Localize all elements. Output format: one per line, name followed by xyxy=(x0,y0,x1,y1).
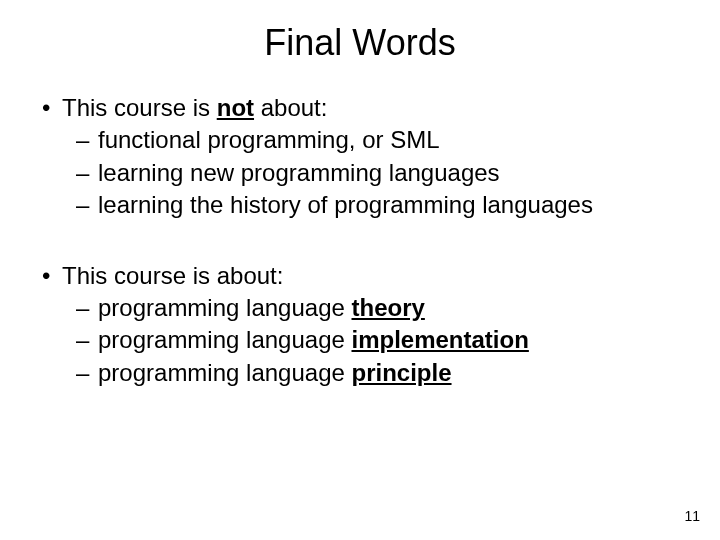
sub-bullet-text: programming language theory xyxy=(98,292,425,324)
text-fragment: programming language xyxy=(98,359,352,386)
spacer xyxy=(36,222,684,260)
slide-title: Final Words xyxy=(36,22,684,64)
text-fragment: This course is xyxy=(62,94,217,121)
sub-bullet: – learning new programming languages xyxy=(36,157,684,189)
emphasis-theory: theory xyxy=(352,294,425,321)
sub-bullet: – programming language theory xyxy=(36,292,684,324)
sub-bullet-text: programming language implementation xyxy=(98,324,529,356)
dash-icon: – xyxy=(76,189,98,221)
dash-icon: – xyxy=(76,357,98,389)
text-fragment: about: xyxy=(254,94,327,121)
sub-bullet-text: learning new programming languages xyxy=(98,157,500,189)
sub-bullet: – programming language principle xyxy=(36,357,684,389)
emphasis-not: not xyxy=(217,94,254,121)
sub-bullet-text: learning the history of programming lang… xyxy=(98,189,593,221)
text-fragment: programming language xyxy=(98,326,352,353)
emphasis-principle: principle xyxy=(352,359,452,386)
slide: Final Words • This course is not about: … xyxy=(0,0,720,540)
emphasis-implementation: implementation xyxy=(352,326,529,353)
sub-bullet: – learning the history of programming la… xyxy=(36,189,684,221)
bullet-about: • This course is about: xyxy=(36,260,684,292)
sub-bullet: – functional programming, or SML xyxy=(36,124,684,156)
bullet-not-about: • This course is not about: xyxy=(36,92,684,124)
slide-body: • This course is not about: – functional… xyxy=(36,92,684,389)
sub-bullet-text: functional programming, or SML xyxy=(98,124,439,156)
dash-icon: – xyxy=(76,124,98,156)
dash-icon: – xyxy=(76,292,98,324)
bullet-dot-icon: • xyxy=(36,260,62,292)
bullet-dot-icon: • xyxy=(36,92,62,124)
dash-icon: – xyxy=(76,157,98,189)
dash-icon: – xyxy=(76,324,98,356)
bullet-text: This course is about: xyxy=(62,260,283,292)
text-fragment: programming language xyxy=(98,294,352,321)
page-number: 11 xyxy=(684,508,700,524)
bullet-text: This course is not about: xyxy=(62,92,327,124)
sub-bullet-text: programming language principle xyxy=(98,357,452,389)
sub-bullet: – programming language implementation xyxy=(36,324,684,356)
